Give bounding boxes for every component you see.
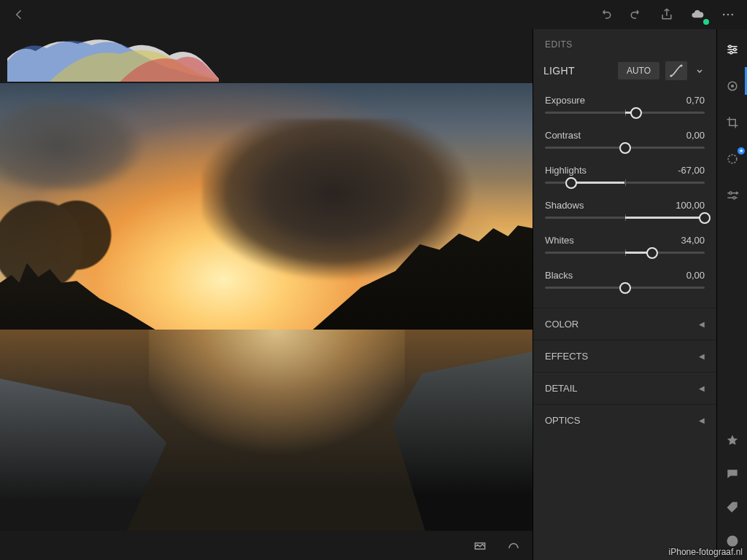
- slider-knob[interactable]: [565, 177, 577, 189]
- slider-whites[interactable]: Whites34,00: [545, 230, 705, 265]
- share-button[interactable]: [657, 4, 677, 25]
- collapsed-sections: COLOR◀EFFECTS◀DETAIL◀OPTICS◀: [533, 308, 716, 436]
- section-optics[interactable]: OPTICS◀: [533, 404, 716, 436]
- tool-strip: ★: [716, 29, 747, 560]
- svg-point-5: [680, 64, 682, 66]
- canvas-bottom-bar: [0, 531, 533, 560]
- slider-track[interactable]: [545, 147, 705, 149]
- svg-point-10: [730, 85, 733, 88]
- section-title: OPTICS: [545, 415, 580, 426]
- adjust-tool-icon[interactable]: [722, 39, 743, 60]
- svg-point-12: [729, 192, 731, 194]
- photo-canvas[interactable]: [0, 83, 533, 531]
- undo-button[interactable]: [626, 4, 646, 25]
- slider-exposure[interactable]: Exposure0,70: [545, 90, 705, 125]
- rate-star-icon[interactable]: [722, 430, 743, 451]
- section-title: EFFECTS: [545, 351, 588, 362]
- svg-point-17: [732, 537, 733, 539]
- svg-point-13: [732, 197, 735, 199]
- section-title: DETAIL: [545, 383, 578, 394]
- light-collapse-toggle[interactable]: [693, 66, 706, 75]
- slider-shadows[interactable]: Shadows100,00: [545, 195, 705, 230]
- color-mix-tool-icon[interactable]: [722, 76, 743, 96]
- photo-preview: [0, 83, 533, 531]
- sync-ok-indicator: [703, 19, 709, 25]
- light-section-head[interactable]: LIGHT AUTO: [533, 54, 716, 88]
- light-title: LIGHT: [543, 65, 612, 77]
- cloud-sync-button[interactable]: [687, 4, 708, 25]
- slider-label: Shadows: [545, 200, 584, 211]
- crop-tool-icon[interactable]: [722, 112, 743, 133]
- panel-title: EDITS: [533, 29, 716, 54]
- before-after-toggle[interactable]: [503, 535, 524, 556]
- svg-point-2: [732, 14, 734, 16]
- canvas-side: [0, 29, 533, 560]
- redo-button[interactable]: [595, 4, 616, 25]
- slider-label: Whites: [545, 235, 574, 246]
- slider-knob[interactable]: [646, 247, 658, 259]
- watermark: iPhone-fotograaf.nl: [669, 547, 743, 557]
- slider-track[interactable]: [545, 217, 705, 219]
- collapse-arrow-icon: ◀: [699, 352, 705, 360]
- slider-label: Blacks: [545, 270, 573, 281]
- selective-tool-icon[interactable]: [722, 185, 743, 206]
- new-badge-icon: ★: [738, 147, 745, 155]
- slider-value: 0,00: [686, 270, 705, 281]
- svg-point-14: [734, 505, 735, 506]
- collapse-arrow-icon: ◀: [699, 320, 705, 328]
- svg-point-0: [723, 14, 725, 16]
- collapse-arrow-icon: ◀: [699, 416, 705, 424]
- main-area: EDITS LIGHT AUTO Exposure0,70Contrast0,0…: [0, 29, 747, 560]
- filmstrip-toggle[interactable]: [470, 535, 490, 556]
- slider-value: 100,00: [676, 200, 705, 211]
- svg-point-6: [729, 45, 731, 47]
- section-effects[interactable]: EFFECTS◀: [533, 340, 716, 372]
- light-sliders: Exposure0,70Contrast0,00Highlights-67,00…: [533, 88, 716, 308]
- slider-knob[interactable]: [630, 107, 642, 119]
- slider-label: Exposure: [545, 95, 585, 106]
- collapse-arrow-icon: ◀: [699, 384, 705, 392]
- section-color[interactable]: COLOR◀: [533, 308, 716, 340]
- slider-contrast[interactable]: Contrast0,00: [545, 125, 705, 160]
- slider-highlights[interactable]: Highlights-67,00: [545, 160, 705, 195]
- edit-panel: EDITS LIGHT AUTO Exposure0,70Contrast0,0…: [533, 29, 716, 560]
- svg-point-1: [727, 14, 729, 16]
- slider-value: 0,00: [686, 130, 705, 141]
- slider-knob[interactable]: [619, 282, 631, 294]
- back-button[interactable]: [9, 4, 29, 25]
- histogram[interactable]: [7, 29, 219, 82]
- slider-knob[interactable]: [619, 142, 631, 154]
- slider-knob[interactable]: [699, 212, 711, 224]
- tone-curve-button[interactable]: [665, 61, 687, 80]
- comments-icon[interactable]: [722, 464, 743, 484]
- slider-label: Highlights: [545, 165, 587, 176]
- slider-track[interactable]: [545, 287, 705, 289]
- slider-value: -67,00: [678, 165, 705, 176]
- slider-track[interactable]: [545, 112, 705, 114]
- top-toolbar: [0, 0, 747, 29]
- slider-blacks[interactable]: Blacks0,00: [545, 265, 705, 300]
- more-button[interactable]: [718, 4, 738, 25]
- auto-button[interactable]: AUTO: [618, 62, 659, 79]
- healing-tool-icon[interactable]: ★: [722, 149, 743, 169]
- keywords-icon[interactable]: [722, 497, 743, 518]
- slider-value: 0,70: [686, 95, 705, 106]
- slider-value: 34,00: [681, 235, 705, 246]
- svg-point-11: [728, 155, 737, 163]
- section-title: COLOR: [545, 319, 578, 330]
- svg-point-4: [670, 74, 672, 77]
- section-detail[interactable]: DETAIL◀: [533, 372, 716, 404]
- slider-label: Contrast: [545, 130, 581, 141]
- app-root: EDITS LIGHT AUTO Exposure0,70Contrast0,0…: [0, 0, 747, 560]
- svg-point-8: [729, 52, 732, 54]
- slider-track[interactable]: [545, 252, 705, 254]
- slider-track[interactable]: [545, 182, 705, 184]
- svg-point-7: [733, 48, 735, 50]
- svg-rect-16: [732, 540, 733, 544]
